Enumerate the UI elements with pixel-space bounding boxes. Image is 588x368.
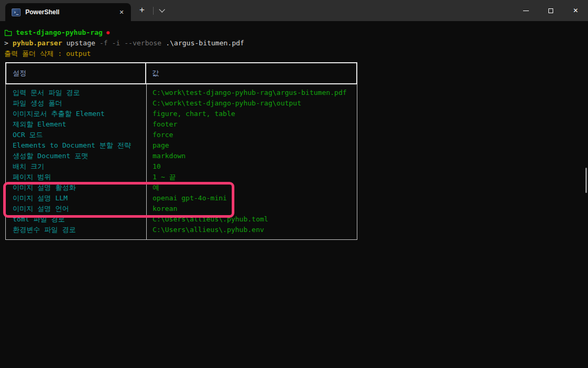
folder-icon — [4, 30, 12, 36]
setting-value: 1 ~ 끝 — [147, 172, 357, 182]
command-flags: -f -i --verbose — [100, 39, 162, 47]
tab-title: PowerShell — [25, 8, 112, 16]
setting-label: 페이지 범위 — [6, 172, 147, 182]
branch-name: test-django-pyhub-rag — [16, 27, 102, 38]
minimize-icon — [523, 11, 529, 11]
table-row: 환경변수 파일 경로 C:\Users\allieus\.pyhub.env — [6, 225, 357, 235]
setting-value: C:\Users\allieus\.pyhub.env — [147, 225, 357, 235]
setting-value: C:\work\test-django-pyhub-rag\argus-bitu… — [147, 88, 357, 98]
setting-label: 이미지 설명 언어 — [6, 204, 147, 214]
settings-table: 설정 값 입력 문서 파일 경로 C:\work\test-django-pyh… — [5, 62, 357, 240]
log-line — [4, 302, 584, 313]
setting-value: page — [147, 140, 357, 151]
table-row: toml 파일 경로 C:\Users\allieus\.pyhub.toml — [6, 214, 357, 225]
maximize-button[interactable] — [538, 0, 563, 21]
titlebar: ›_ PowerShell ✕ + ✕ — [0, 0, 588, 21]
setting-label: 배치 크기 — [6, 161, 147, 172]
table-row: 파일 생성 폴더 C:\work\test-django-pyhub-rag\o… — [6, 98, 357, 109]
header-setting: 설정 — [6, 63, 146, 83]
setting-label: 이미지 설명 활성화 — [6, 182, 147, 193]
scrollbar[interactable] — [585, 168, 587, 193]
table-row: 이미지 설명 활성화 예 — [6, 182, 357, 193]
log-line — [4, 270, 584, 281]
setting-label: OCR 모드 — [6, 130, 147, 140]
log-line — [4, 281, 584, 292]
log-line — [4, 323, 584, 334]
tab-close-icon[interactable]: ✕ — [117, 8, 127, 16]
setting-value: korean — [147, 204, 357, 214]
header-value: 값 — [146, 63, 356, 83]
setting-label: 이미지 설명 LLM — [6, 193, 147, 204]
table-row: 제외할 Element footer — [6, 119, 357, 130]
powershell-icon: ›_ — [12, 8, 21, 16]
table-row: 이미지 설명 LLM openai gpt-4o-mini — [6, 193, 357, 204]
command-line: >pyhub.parserupstage-f -i --verbose.\arg… — [4, 38, 584, 49]
command-subcommand: upstage — [67, 39, 96, 47]
command-program: pyhub.parser — [13, 39, 62, 47]
setting-label: toml 파일 경로 — [6, 214, 147, 225]
setting-value: 예 — [147, 182, 357, 193]
maximize-icon — [548, 8, 553, 13]
setting-value: openai gpt-4o-mini — [147, 193, 357, 204]
setting-label: 이미지로서 추출할 Element — [6, 109, 147, 119]
log-line — [4, 334, 584, 344]
setting-value: C:\Users\allieus\.pyhub.toml — [147, 214, 357, 225]
table-row: 페이지 범위 1 ~ 끝 — [6, 172, 357, 182]
close-icon: ✕ — [573, 7, 578, 14]
window-controls: ✕ — [514, 0, 588, 21]
chevron-down-icon[interactable] — [159, 6, 165, 12]
command-file-arg: .\argus-bitumen.pdf — [166, 39, 244, 47]
setting-value: force — [147, 130, 357, 140]
setting-value: 10 — [147, 161, 357, 172]
tab-powershell[interactable]: ›_ PowerShell ✕ — [5, 3, 131, 21]
table-row: 이미지 설명 언어 korean — [6, 204, 357, 214]
log-line — [4, 260, 584, 270]
setting-label: 환경변수 파일 경로 — [6, 225, 147, 235]
setting-label: 생성할 Document 포맷 — [6, 151, 147, 161]
setting-value: markdown — [147, 151, 357, 161]
setting-label: 입력 문서 파일 경로 — [6, 88, 147, 98]
prompt-char: > — [4, 39, 8, 47]
log-output — [4, 249, 584, 365]
setting-label: 제외할 Element — [6, 119, 147, 130]
settings-table-body: 입력 문서 파일 경로 C:\work\test-django-pyhub-ra… — [5, 84, 357, 240]
setting-label: Elements to Document 분할 전략 — [6, 140, 147, 151]
setting-value: figure, chart, table — [147, 109, 357, 119]
table-row: Elements to Document 분할 전략 page — [6, 140, 357, 151]
terminal-window: ›_ PowerShell ✕ + ✕ test-django-pyhub-ra… — [0, 0, 588, 368]
dirty-dot-icon: ● — [106, 30, 109, 35]
setting-value: C:\work\test-django-pyhub-rag\output — [147, 98, 357, 109]
new-tab-button[interactable]: + — [139, 5, 145, 15]
log-line — [4, 313, 584, 323]
setting-value: footer — [147, 119, 357, 130]
settings-table-header: 설정 값 — [5, 62, 357, 84]
log-line — [4, 355, 584, 365]
minimize-button[interactable] — [514, 0, 538, 21]
terminal-content[interactable]: test-django-pyhub-rag ● >pyhub.parserups… — [0, 21, 588, 368]
table-row: OCR 모드 force — [6, 130, 357, 140]
table-row: 배치 크기 10 — [6, 161, 357, 172]
tabbar-divider — [153, 7, 154, 15]
close-button[interactable]: ✕ — [563, 0, 588, 21]
table-row: 이미지로서 추출할 Element figure, chart, table — [6, 109, 357, 119]
log-line — [4, 344, 584, 355]
branch-status-line: test-django-pyhub-rag ● — [4, 27, 584, 38]
table-row: 입력 문서 파일 경로 C:\work\test-django-pyhub-ra… — [6, 88, 357, 98]
log-line — [4, 249, 584, 260]
log-line — [4, 292, 584, 302]
output-delete-notice: 출력 폴더 삭제 : output — [4, 49, 584, 59]
setting-label: 파일 생성 폴더 — [6, 98, 147, 109]
table-row: 생성할 Document 포맷 markdown — [6, 151, 357, 161]
